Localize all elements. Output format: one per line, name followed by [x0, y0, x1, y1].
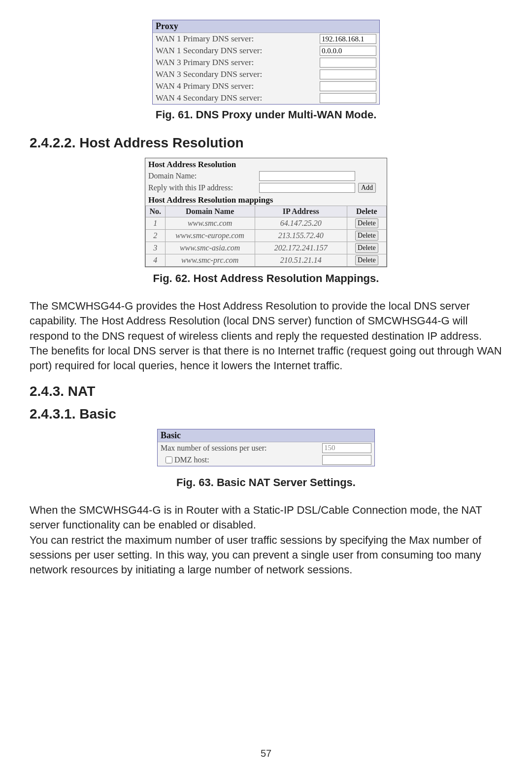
proxy-dns-input[interactable]: [320, 70, 376, 79]
paragraph-nat: When the SMCWHSG44-G is in Router with a…: [30, 503, 502, 578]
dmz-label: DMZ host:: [174, 456, 322, 464]
table-row: 4www.smc-prc.com210.51.21.14Delete: [146, 254, 387, 267]
har-domain-name-label: Domain Name:: [148, 172, 259, 180]
delete-button[interactable]: Delete: [355, 243, 378, 253]
delete-button[interactable]: Delete: [355, 218, 378, 228]
table-row: 1www.smc.com64.147.25.20Delete: [146, 217, 387, 230]
col-delete: Delete: [347, 206, 386, 217]
har-mappings-title: Host Address Resolution mappings: [145, 194, 387, 206]
proxy-dns-input[interactable]: [320, 34, 376, 44]
basic-panel-title: Basic: [158, 429, 374, 442]
max-sessions-input[interactable]: [322, 443, 371, 453]
fig63-caption: Fig. 63. Basic NAT Server Settings.: [30, 476, 502, 489]
dmz-checkbox[interactable]: [166, 457, 172, 463]
proxy-dns-input[interactable]: [320, 58, 376, 68]
page-number: 57: [0, 748, 532, 759]
har-reply-input[interactable]: [259, 183, 355, 193]
proxy-row: WAN 3 Primary DNS server:: [153, 57, 379, 69]
proxy-dns-input[interactable]: [320, 46, 376, 56]
har-domain-name-row: Domain Name:: [145, 170, 387, 182]
paragraph-host-address-resolution: The SMCWHSG44-G provides the Host Addres…: [30, 299, 502, 374]
heading-host-address-resolution: 2.4.2.2. Host Address Resolution: [30, 135, 502, 151]
cell-domain: www.smc-prc.com: [165, 254, 255, 267]
cell-domain: www.smc-asia.com: [165, 242, 255, 254]
cell-ip: 64.147.25.20: [255, 217, 347, 230]
fig61-caption: Fig. 61. DNS Proxy under Multi-WAN Mode.: [30, 108, 502, 121]
cell-delete: Delete: [347, 254, 386, 267]
table-row: 3www.smc-asia.com202.172.241.157Delete: [146, 242, 387, 254]
proxy-dns-input[interactable]: [320, 81, 376, 91]
fig62-caption: Fig. 62. Host Address Resolution Mapping…: [30, 272, 502, 285]
cell-domain: www.smc-europe.com: [165, 230, 255, 242]
proxy-row-label: WAN 1 Secondary DNS server:: [156, 46, 320, 56]
proxy-row: WAN 4 Secondary DNS server:: [153, 92, 379, 104]
delete-button[interactable]: Delete: [355, 231, 378, 241]
add-button[interactable]: Add: [358, 183, 376, 193]
har-reply-label: Reply with this IP address:: [148, 183, 259, 192]
dmz-row: DMZ host:: [158, 454, 374, 466]
heading-nat: 2.4.3. NAT: [30, 384, 502, 399]
proxy-row-label: WAN 4 Primary DNS server:: [156, 81, 320, 91]
max-sessions-row: Max number of sessions per user:: [158, 442, 374, 454]
cell-ip: 213.155.72.40: [255, 230, 347, 242]
host-address-resolution-panel: Host Address Resolution Domain Name: Rep…: [145, 158, 387, 267]
delete-button[interactable]: Delete: [355, 255, 378, 265]
table-header-row: No. Domain Name IP Address Delete: [146, 206, 387, 217]
proxy-row-label: WAN 3 Secondary DNS server:: [156, 70, 320, 79]
col-ip: IP Address: [255, 206, 347, 217]
cell-delete: Delete: [347, 230, 386, 242]
har-title: Host Address Resolution: [145, 158, 387, 170]
cell-no: 3: [146, 242, 166, 254]
cell-ip: 210.51.21.14: [255, 254, 347, 267]
cell-no: 1: [146, 217, 166, 230]
proxy-row-label: WAN 4 Secondary DNS server:: [156, 93, 320, 103]
har-reply-row: Reply with this IP address: Add: [145, 182, 387, 194]
proxy-row-label: WAN 1 Primary DNS server:: [156, 34, 320, 44]
proxy-row: WAN 4 Primary DNS server:: [153, 80, 379, 92]
proxy-row-label: WAN 3 Primary DNS server:: [156, 58, 320, 68]
dmz-host-input[interactable]: [322, 455, 371, 465]
proxy-row: WAN 1 Primary DNS server:: [153, 33, 379, 45]
har-mappings-table: No. Domain Name IP Address Delete 1www.s…: [145, 206, 387, 267]
proxy-row: WAN 3 Secondary DNS server:: [153, 69, 379, 80]
cell-domain: www.smc.com: [165, 217, 255, 230]
cell-no: 4: [146, 254, 166, 267]
table-row: 2www.smc-europe.com213.155.72.40Delete: [146, 230, 387, 242]
proxy-row: WAN 1 Secondary DNS server:: [153, 45, 379, 57]
basic-nat-panel: Basic Max number of sessions per user: D…: [157, 429, 375, 466]
cell-delete: Delete: [347, 242, 386, 254]
col-no: No.: [146, 206, 166, 217]
cell-delete: Delete: [347, 217, 386, 230]
cell-ip: 202.172.241.157: [255, 242, 347, 254]
max-sessions-label: Max number of sessions per user:: [161, 444, 322, 453]
proxy-panel: Proxy WAN 1 Primary DNS server:WAN 1 Sec…: [152, 20, 380, 105]
proxy-dns-input[interactable]: [320, 93, 376, 103]
col-domain: Domain Name: [165, 206, 255, 217]
heading-nat-basic: 2.4.3.1. Basic: [30, 406, 502, 422]
proxy-panel-title: Proxy: [153, 20, 379, 33]
har-domain-name-input[interactable]: [259, 171, 355, 181]
cell-no: 2: [146, 230, 166, 242]
